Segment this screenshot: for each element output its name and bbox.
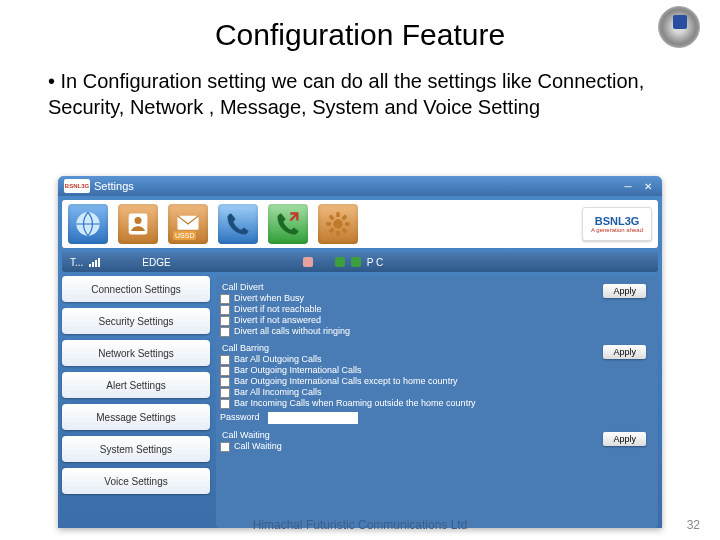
svg-point-4: [333, 219, 342, 228]
brand-large-logo: BSNL3G A generation ahead: [582, 207, 652, 241]
opt-divert-noanswer: Divert if not answered: [234, 316, 321, 326]
checkbox-divert-unreachable[interactable]: [220, 305, 230, 315]
footer-company: Himachal Futuristic Communications Ltd: [0, 518, 720, 532]
up-indicator-icon: [335, 257, 345, 267]
opt-divert-unreachable: Divert if not reachable: [234, 305, 322, 315]
opt-bar-in-all: Bar All Incoming Calls: [234, 388, 322, 398]
slide-title: Configuration Feature: [0, 0, 720, 52]
call-waiting-title: Call Waiting: [222, 430, 654, 440]
window-title: Settings: [94, 180, 134, 192]
checkbox-bar-out-intl[interactable]: [220, 366, 230, 376]
checkbox-divert-noanswer[interactable]: [220, 316, 230, 326]
sidebar-item-security[interactable]: Security Settings: [62, 308, 210, 334]
settings-window: BSNL3G Settings ─ ✕ USSD BSNL3G A gener: [58, 176, 662, 528]
call-barring-section: Call Barring Bar All Outgoing Calls Bar …: [220, 343, 654, 424]
brand-large-title: BSNL3G: [595, 215, 640, 227]
call-waiting-section: Call Waiting Call Waiting Apply: [220, 430, 654, 452]
opt-bar-out-intl-except: Bar Outgoing International Calls except …: [234, 377, 458, 387]
checkbox-divert-busy[interactable]: [220, 294, 230, 304]
checkbox-bar-in-roaming[interactable]: [220, 399, 230, 409]
opt-bar-out-intl: Bar Outgoing International Calls: [234, 366, 362, 376]
call-divert-title: Call Divert: [222, 282, 654, 292]
minimize-button[interactable]: ─: [620, 179, 636, 193]
checkbox-call-waiting[interactable]: [220, 442, 230, 452]
call-divert-section: Call Divert Divert when Busy Divert if n…: [220, 282, 654, 337]
pc-label: P C: [367, 257, 384, 268]
ussd-badge: USSD: [173, 231, 196, 240]
sidebar: Connection Settings Security Settings Ne…: [62, 276, 210, 528]
settings-icon[interactable]: [318, 204, 358, 244]
main-toolbar: USSD BSNL3G A generation ahead: [62, 200, 658, 248]
apply-waiting-button[interactable]: Apply: [603, 432, 646, 446]
checkbox-bar-out-all[interactable]: [220, 355, 230, 365]
opt-bar-out-all: Bar All Outgoing Calls: [234, 355, 322, 365]
brand-small-logo: BSNL3G: [64, 179, 90, 193]
opt-call-waiting: Call Waiting: [234, 442, 282, 452]
sidebar-item-system[interactable]: System Settings: [62, 436, 210, 462]
corner-logo: [658, 6, 700, 48]
svg-point-2: [135, 217, 142, 224]
network-type: EDGE: [142, 257, 170, 268]
opt-divert-all: Divert all calls without ringing: [234, 327, 350, 337]
close-button[interactable]: ✕: [640, 179, 656, 193]
password-label: Password: [220, 413, 260, 423]
checkbox-bar-out-intl-except[interactable]: [220, 377, 230, 387]
sidebar-item-voice[interactable]: Voice Settings: [62, 468, 210, 494]
message-icon[interactable]: USSD: [168, 204, 208, 244]
globe-icon[interactable]: [68, 204, 108, 244]
content-area: Connection Settings Security Settings Ne…: [62, 276, 658, 528]
sidebar-item-network[interactable]: Network Settings: [62, 340, 210, 366]
password-input[interactable]: [268, 412, 358, 424]
window-titlebar: BSNL3G Settings ─ ✕: [58, 176, 662, 196]
slide-bullet: In Configuration setting we can do all t…: [0, 52, 720, 132]
brand-large-subtitle: A generation ahead: [591, 227, 643, 233]
sidebar-item-connection[interactable]: Connection Settings: [62, 276, 210, 302]
sidebar-item-alert[interactable]: Alert Settings: [62, 372, 210, 398]
apply-divert-button[interactable]: Apply: [603, 284, 646, 298]
phonebook-icon[interactable]: [118, 204, 158, 244]
checkbox-divert-all[interactable]: [220, 327, 230, 337]
call-barring-title: Call Barring: [222, 343, 654, 353]
voice-settings-panel: Call Divert Divert when Busy Divert if n…: [216, 276, 658, 528]
checkbox-bar-in-all[interactable]: [220, 388, 230, 398]
status-bar: T... EDGE P C: [62, 252, 658, 272]
opt-bar-in-roaming: Bar Incoming Calls when Roaming outside …: [234, 399, 476, 409]
calls-icon[interactable]: [268, 204, 308, 244]
page-number: 32: [687, 518, 700, 532]
down-indicator-icon: [351, 257, 361, 267]
signal-bars-icon: [89, 257, 100, 267]
phone-icon[interactable]: [218, 204, 258, 244]
modem-indicator-icon: [303, 257, 313, 267]
apply-barring-button[interactable]: Apply: [603, 345, 646, 359]
sidebar-item-message[interactable]: Message Settings: [62, 404, 210, 430]
titlebar-brand: BSNL3G Settings: [64, 179, 134, 193]
opt-divert-busy: Divert when Busy: [234, 294, 304, 304]
signal-label: T...: [70, 257, 83, 268]
